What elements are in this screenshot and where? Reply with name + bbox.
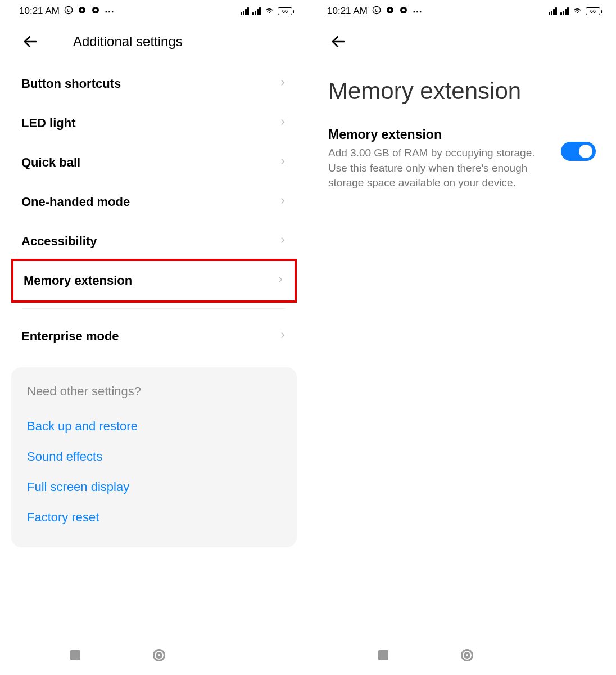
item-label: Button shortcuts (21, 76, 121, 91)
more-notifications-icon: ⋯ (413, 6, 423, 17)
chevron-right-icon (279, 234, 287, 249)
whatsapp-icon (64, 6, 73, 17)
suggestion-link-sound-effects[interactable]: Sound effects (27, 442, 291, 472)
card-title: Need other settings? (27, 384, 291, 399)
toggle-knob-icon (579, 145, 592, 158)
chevron-right-icon (279, 195, 287, 209)
item-label: LED light (21, 116, 76, 130)
chrome-icon (386, 6, 395, 17)
item-label: Accessibility (21, 234, 97, 249)
status-bar: 10:21 AM ⋯ 66 (308, 0, 616, 22)
svg-point-2 (80, 8, 83, 11)
chevron-right-icon (277, 273, 284, 288)
item-label: Memory extension (24, 273, 132, 288)
chrome-icon (399, 6, 408, 17)
chevron-right-icon (279, 155, 287, 170)
item-label: One-handed mode (21, 195, 130, 209)
whatsapp-icon (372, 6, 381, 17)
settings-item-quick-ball[interactable]: Quick ball (11, 143, 297, 182)
suggestions-card: Need other settings? Back up and restore… (11, 367, 297, 547)
settings-item-button-shortcuts[interactable]: Button shortcuts (11, 64, 297, 104)
signal-icon (241, 7, 249, 15)
header-bar: Additional settings (0, 22, 308, 61)
chevron-right-icon (279, 329, 287, 344)
wifi-icon (572, 5, 582, 18)
battery-icon: 66 (586, 7, 600, 15)
chevron-right-icon (279, 116, 287, 130)
item-label: Quick ball (21, 155, 80, 170)
settings-item-enterprise-mode[interactable]: Enterprise mode (11, 317, 297, 356)
back-button[interactable] (21, 33, 39, 51)
phone-right: 10:21 AM ⋯ 66 Memory extension (308, 0, 616, 675)
chrome-icon (78, 6, 87, 17)
suggestion-link-full-screen-display[interactable]: Full screen display (27, 472, 291, 502)
chevron-right-icon (279, 76, 287, 91)
svg-point-5 (373, 6, 380, 14)
home-button[interactable] (153, 649, 165, 662)
page-title: Additional settings (73, 34, 183, 50)
settings-item-led-light[interactable]: LED light (11, 104, 297, 143)
settings-item-accessibility[interactable]: Accessibility (11, 222, 297, 261)
svg-point-4 (94, 8, 97, 11)
chrome-icon (91, 6, 100, 17)
back-button[interactable] (329, 33, 347, 51)
page-title: Memory extension (308, 61, 616, 127)
battery-icon: 66 (278, 7, 292, 15)
navigation-bar (308, 640, 616, 675)
settings-item-one-handed-mode[interactable]: One-handed mode (11, 182, 297, 222)
suggestion-link-factory-reset[interactable]: Factory reset (27, 502, 291, 533)
navigation-bar (0, 640, 308, 675)
status-bar: 10:21 AM ⋯ 66 (0, 0, 308, 22)
signal-icon (560, 7, 569, 15)
settings-list: Button shortcuts LED light Quick ball On… (0, 61, 308, 356)
recent-apps-button[interactable] (70, 650, 80, 660)
signal-icon (252, 7, 261, 15)
clock-time: 10:21 AM (19, 6, 60, 17)
svg-point-7 (388, 8, 391, 11)
svg-point-0 (65, 6, 72, 14)
list-divider (22, 308, 286, 309)
home-button[interactable] (461, 649, 473, 662)
settings-item-memory-extension[interactable]: Memory extension (13, 261, 295, 300)
more-notifications-icon: ⋯ (105, 6, 115, 17)
memory-extension-setting: Memory extension Add 3.00 GB of RAM by o… (308, 127, 616, 191)
suggestion-link-backup-restore[interactable]: Back up and restore (27, 411, 291, 442)
setting-description: Add 3.00 GB of RAM by occupying storage.… (328, 146, 550, 191)
highlighted-box: Memory extension (11, 259, 297, 303)
signal-icon (549, 7, 557, 15)
wifi-icon (264, 5, 274, 18)
setting-title: Memory extension (328, 127, 550, 142)
memory-extension-toggle[interactable] (561, 142, 596, 161)
svg-point-9 (402, 8, 405, 11)
item-label: Enterprise mode (21, 329, 119, 344)
recent-apps-button[interactable] (378, 650, 388, 660)
clock-time: 10:21 AM (327, 6, 368, 17)
phone-left: 10:21 AM ⋯ 66 Additional settings (0, 0, 308, 675)
header-bar (308, 22, 616, 61)
